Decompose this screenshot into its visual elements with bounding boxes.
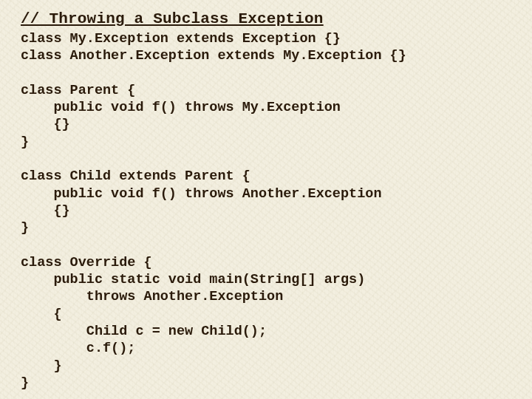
slide-title: // Throwing a Subclass Exception (21, 10, 511, 27)
code-block: class My.Exception extends Exception {} … (21, 30, 511, 392)
